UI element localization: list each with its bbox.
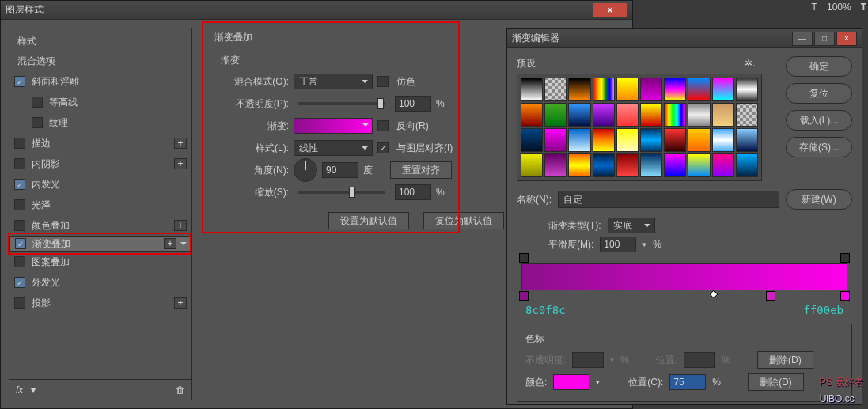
reset-align-button[interactable]: 重置对齐 (390, 161, 452, 179)
plus-icon[interactable]: + (174, 138, 187, 149)
preset-swatch-1[interactable] (544, 78, 567, 101)
gear-icon[interactable]: ✲. (743, 56, 757, 70)
layer-style-titlebar[interactable]: 图层样式 × (1, 1, 632, 20)
plus-icon[interactable]: + (174, 220, 187, 231)
preset-swatch-13[interactable] (593, 103, 615, 127)
style-select[interactable]: 线性 (294, 140, 373, 156)
load-button[interactable]: 载入(L)... (786, 110, 852, 131)
gradient-bar[interactable]: 8c0f8c ff00eb (521, 263, 847, 290)
style-item-1[interactable]: 等高线 (9, 92, 191, 112)
style-item-5[interactable]: ✓内发光 (9, 174, 191, 195)
preset-swatch-23[interactable] (593, 128, 615, 152)
style-item-6[interactable]: 光泽 (9, 195, 191, 215)
style-checkbox[interactable]: ✓ (14, 179, 25, 190)
preset-swatch-20[interactable] (521, 128, 543, 152)
preset-swatch-6[interactable] (664, 78, 686, 101)
style-checkbox[interactable] (14, 158, 25, 169)
angle-input[interactable]: 90 (322, 162, 358, 178)
style-item-2[interactable]: 纹理 (9, 112, 191, 133)
chevron-down-icon[interactable]: ▾ (31, 384, 36, 396)
reverse-checkbox[interactable] (377, 120, 389, 131)
blend-options[interactable]: 混合选项 (9, 51, 191, 71)
preset-swatch-35[interactable] (640, 153, 662, 177)
plus-icon[interactable]: + (174, 297, 187, 309)
preset-swatch-28[interactable] (712, 128, 734, 152)
style-checkbox[interactable] (32, 117, 43, 128)
angle-dial[interactable] (294, 158, 317, 182)
save-button[interactable]: 存储(S)... (786, 137, 852, 157)
preset-swatch-27[interactable] (688, 128, 710, 152)
style-item-9[interactable]: 图案叠加 (9, 252, 191, 272)
close-icon[interactable]: × (593, 3, 627, 17)
trash-icon[interactable]: 🗑 (176, 384, 185, 396)
style-checkbox[interactable]: ✓ (15, 238, 26, 249)
preset-swatch-5[interactable] (640, 78, 662, 101)
style-checkbox[interactable] (14, 220, 25, 231)
preset-swatch-22[interactable] (568, 128, 590, 152)
style-checkbox[interactable] (14, 297, 25, 309)
preset-swatch-34[interactable] (616, 153, 639, 177)
style-checkbox[interactable] (14, 256, 25, 267)
preset-swatch-19[interactable] (736, 103, 758, 127)
preset-swatch-12[interactable] (568, 103, 590, 127)
preset-swatch-3[interactable] (593, 78, 615, 101)
align-checkbox[interactable] (377, 142, 389, 153)
blend-mode-select[interactable]: 正常 (294, 74, 373, 89)
gradient-editor-titlebar[interactable]: 渐变编辑器 — □ × (507, 29, 862, 48)
preset-swatch-16[interactable] (664, 103, 686, 127)
stop-color-swatch[interactable] (553, 374, 589, 390)
preset-swatch-4[interactable] (616, 78, 639, 101)
opacity-input[interactable]: 100 (395, 96, 431, 112)
preset-swatch-32[interactable] (568, 153, 590, 177)
preset-swatch-36[interactable] (664, 153, 686, 177)
preset-swatch-25[interactable] (640, 128, 662, 152)
opacity-stop-right[interactable] (840, 253, 850, 263)
opacity-stop-left[interactable] (519, 253, 529, 263)
preset-swatch-29[interactable] (736, 128, 758, 152)
color-stop-right[interactable] (840, 291, 850, 301)
new-button[interactable]: 新建(W) (786, 189, 852, 210)
fx-icon[interactable]: fx (16, 384, 23, 396)
minimize-icon[interactable]: — (792, 32, 813, 46)
preset-swatch-11[interactable] (544, 103, 567, 127)
maximize-icon[interactable]: □ (814, 32, 835, 46)
preset-swatch-14[interactable] (616, 103, 639, 127)
stop-color-position-input[interactable]: 75 (669, 374, 706, 390)
preset-swatch-24[interactable] (616, 128, 639, 152)
delete-color-stop-button[interactable]: 删除(D) (748, 373, 804, 391)
preset-swatch-2[interactable] (568, 78, 590, 101)
preset-swatch-15[interactable] (640, 103, 662, 127)
scale-input[interactable]: 100 (395, 184, 431, 200)
color-stop-sel[interactable] (766, 291, 775, 301)
cancel-button[interactable]: 复位 (786, 83, 852, 104)
preset-swatch-31[interactable] (544, 153, 567, 177)
style-item-7[interactable]: 颜色叠加+ (9, 215, 191, 236)
gradient-swatch[interactable] (294, 118, 373, 134)
scale-slider[interactable] (298, 191, 385, 194)
preset-swatch-37[interactable] (688, 153, 710, 177)
preset-swatch-9[interactable] (736, 78, 758, 101)
style-item-10[interactable]: ✓外发光 (9, 272, 191, 293)
preset-swatch-10[interactable] (521, 103, 543, 127)
preset-swatch-0[interactable] (521, 78, 543, 101)
preset-swatch-38[interactable] (712, 153, 734, 177)
opacity-slider[interactable] (298, 102, 385, 105)
preset-swatch-21[interactable] (544, 128, 567, 152)
close-icon[interactable]: × (836, 32, 857, 46)
preset-swatch-33[interactable] (593, 153, 615, 177)
set-default-button[interactable]: 设置为默认值 (328, 212, 409, 229)
ok-button[interactable]: 确定 (786, 56, 852, 77)
style-item-3[interactable]: 描边+ (9, 133, 191, 153)
style-item-4[interactable]: 内阴影+ (9, 153, 191, 174)
plus-icon[interactable]: + (174, 158, 187, 169)
midpoint-icon[interactable] (709, 290, 718, 298)
style-checkbox[interactable]: ✓ (14, 277, 25, 288)
reset-default-button[interactable]: 复位为默认值 (423, 212, 504, 229)
preset-swatch-26[interactable] (664, 128, 686, 152)
preset-swatch-30[interactable] (521, 153, 543, 177)
preset-swatch-8[interactable] (712, 78, 734, 101)
gradient-type-select[interactable]: 实底 (608, 218, 655, 233)
style-checkbox[interactable] (14, 199, 25, 210)
color-stop-left[interactable] (519, 291, 529, 301)
style-checkbox[interactable] (14, 138, 25, 149)
